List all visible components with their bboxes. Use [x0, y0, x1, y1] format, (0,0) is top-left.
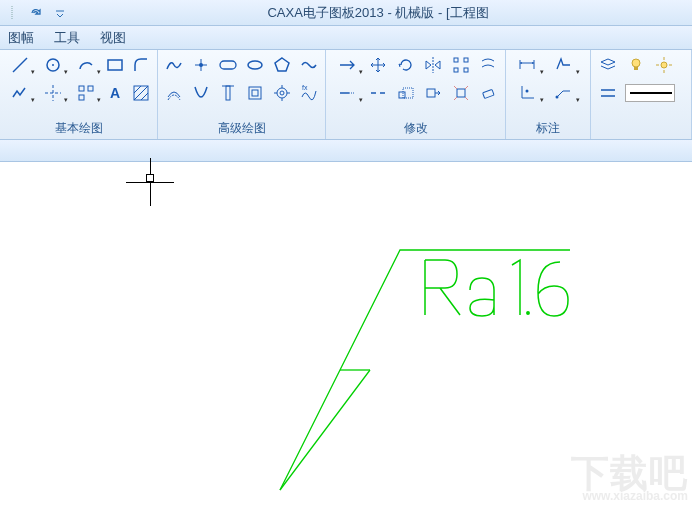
panel-advanced-drawing: fx 高级绘图	[158, 50, 326, 139]
extend-tool-icon[interactable]: ▾	[332, 82, 361, 104]
qat-dropdown-icon[interactable]	[52, 5, 68, 21]
svg-line-45	[454, 97, 457, 100]
svg-line-12	[134, 86, 141, 93]
menu-tufu[interactable]: 图幅	[8, 29, 34, 47]
slot-tool-icon[interactable]	[218, 54, 239, 76]
rotate-tool-icon[interactable]	[395, 54, 417, 76]
surface-roughness-symbol[interactable]	[230, 240, 590, 500]
surface-tool-icon[interactable]: ▾	[548, 54, 578, 76]
linetype-icon[interactable]	[597, 82, 619, 104]
bulb-icon[interactable]	[625, 54, 647, 76]
scale-tool-icon[interactable]	[395, 82, 417, 104]
panel-basic-drawing: ▾ ▾ ▾ ▾ ▾ ▾ A 基本绘图	[0, 50, 158, 139]
svg-line-1	[13, 58, 27, 72]
point-tool-icon[interactable]	[191, 54, 212, 76]
array-tool-icon[interactable]	[450, 54, 472, 76]
explode-tool-icon[interactable]	[450, 82, 472, 104]
line-tool-icon[interactable]: ▾	[6, 54, 33, 76]
gear-tool-icon[interactable]	[271, 82, 292, 104]
panel-properties-title	[597, 134, 685, 137]
text-tool-icon[interactable]: A	[105, 82, 125, 104]
ellipse-tool-icon[interactable]	[244, 54, 265, 76]
svg-point-57	[661, 62, 667, 68]
panel-properties	[591, 50, 692, 139]
ribbon: ▾ ▾ ▾ ▾ ▾ ▾ A 基本绘图	[0, 50, 692, 140]
polyline-tool-icon[interactable]: ▾	[6, 82, 33, 104]
svg-rect-7	[79, 86, 84, 91]
block-tool-icon[interactable]	[244, 82, 265, 104]
coord-tool-icon[interactable]: ▾	[512, 82, 542, 104]
qat-separator-icon	[4, 5, 20, 21]
offset-tool-icon[interactable]	[477, 54, 499, 76]
svg-rect-34	[464, 68, 468, 72]
redo-icon[interactable]	[28, 5, 44, 21]
svg-point-3	[52, 64, 54, 66]
panel-basic-title: 基本绘图	[6, 117, 151, 137]
wave-tool-icon[interactable]	[298, 54, 319, 76]
svg-rect-31	[454, 58, 458, 62]
panel-annotate: ▾ ▾ ▾ ▾ 标注	[506, 50, 591, 139]
panel-advanced-title: 高级绘图	[164, 117, 319, 137]
svg-line-46	[465, 97, 468, 100]
panel-annotate-title: 标注	[512, 117, 584, 137]
mirror-tool-icon[interactable]	[422, 54, 444, 76]
hatch-tool-icon[interactable]	[131, 82, 151, 104]
svg-point-24	[277, 88, 287, 98]
stretch-tool-icon[interactable]	[422, 82, 444, 104]
sun-icon[interactable]	[653, 54, 675, 76]
layer-icon[interactable]	[597, 54, 619, 76]
dimension-tool-icon[interactable]: ▾	[512, 54, 542, 76]
circle-tool-icon[interactable]: ▾	[39, 54, 66, 76]
centerline-tool-icon[interactable]: ▾	[39, 82, 66, 104]
panel-modify-title: 修改	[332, 117, 499, 137]
watermark: 下载吧 www.xiazaiba.com	[571, 455, 688, 502]
window-title: CAXA电子图板2013 - 机械版 - [工程图	[68, 4, 688, 22]
spline-tool-icon[interactable]	[164, 54, 185, 76]
svg-line-13	[134, 86, 148, 100]
menu-shitu[interactable]: 视图	[100, 29, 126, 47]
svg-line-14	[141, 93, 148, 100]
svg-line-43	[454, 86, 457, 89]
svg-line-44	[465, 86, 468, 89]
svg-rect-41	[427, 89, 435, 97]
menu-gongju[interactable]: 工具	[54, 29, 80, 47]
panel-modify: ▾ ▾ 修改	[326, 50, 506, 139]
line-style-dropdown[interactable]	[625, 84, 675, 102]
svg-point-54	[556, 96, 559, 99]
svg-rect-4	[108, 60, 122, 70]
leader-tool-icon[interactable]: ▾	[548, 82, 578, 104]
arc-tool-icon[interactable]: ▾	[72, 54, 99, 76]
svg-rect-56	[634, 67, 638, 70]
hole-tool-icon[interactable]	[218, 82, 239, 104]
parabola-tool-icon[interactable]	[191, 82, 212, 104]
svg-rect-42	[457, 89, 465, 97]
svg-point-55	[632, 59, 640, 67]
drawing-canvas[interactable]: 下载吧 www.xiazaiba.com	[0, 140, 692, 506]
svg-rect-22	[249, 87, 261, 99]
svg-rect-47	[483, 89, 494, 98]
rectangle-tool-icon[interactable]	[105, 54, 125, 76]
svg-point-65	[527, 312, 529, 314]
svg-point-25	[280, 91, 284, 95]
polygon-tool-icon[interactable]	[271, 54, 292, 76]
title-bar: CAXA电子图板2013 - 机械版 - [工程图	[0, 0, 692, 26]
command-bar[interactable]	[0, 140, 692, 162]
svg-rect-8	[88, 86, 93, 91]
svg-rect-39	[399, 92, 405, 98]
pattern-tool-icon[interactable]: ▾	[72, 82, 99, 104]
menu-bar: 图幅 工具 视图	[0, 26, 692, 50]
svg-rect-23	[252, 90, 258, 96]
formula-tool-icon[interactable]: fx	[298, 82, 319, 104]
svg-rect-9	[79, 95, 84, 100]
break-tool-icon[interactable]	[367, 82, 389, 104]
svg-rect-33	[454, 68, 458, 72]
svg-rect-20	[226, 86, 230, 100]
svg-rect-32	[464, 58, 468, 62]
fillet-tool-icon[interactable]	[131, 54, 151, 76]
erase-tool-icon[interactable]	[477, 82, 499, 104]
quick-access-toolbar	[4, 5, 68, 21]
svg-text:fx: fx	[302, 84, 308, 91]
move-tool-icon[interactable]	[367, 54, 389, 76]
trim-tool-icon[interactable]: ▾	[332, 54, 361, 76]
equidistant-tool-icon[interactable]	[164, 82, 185, 104]
